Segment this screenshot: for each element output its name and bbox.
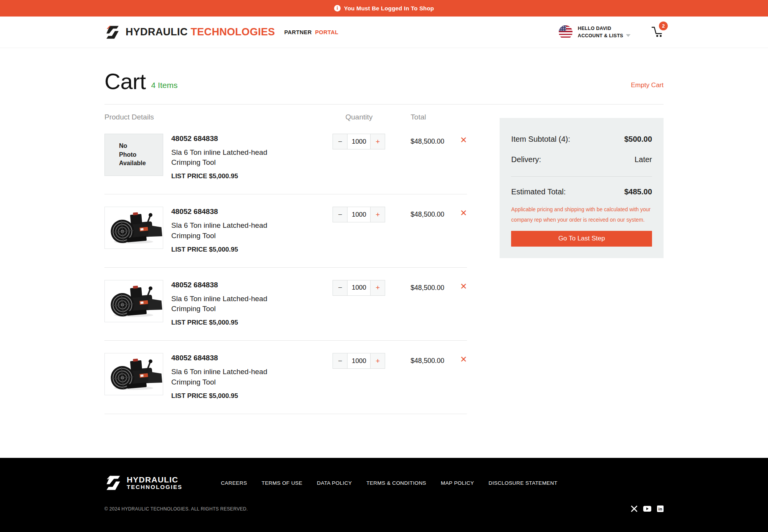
footer-link-disclosure[interactable]: DISCLOSURE STATEMENT: [488, 480, 557, 486]
product-list-price: LIST PRICE $5,000.95: [171, 392, 290, 400]
line-total: $48,500.00: [385, 207, 452, 219]
line-total: $48,500.00: [385, 280, 452, 292]
product-sku: 48052 684838: [171, 134, 290, 143]
product-list-price: LIST PRICE $5,000.95: [171, 172, 290, 180]
table-row: 48052 684838 Sla 6 Ton inline Latched-he…: [104, 194, 467, 267]
decrease-quantity-button[interactable]: −: [333, 207, 348, 222]
footer-link-careers[interactable]: CAREERS: [221, 480, 247, 486]
footer-link-data-policy[interactable]: DATA POLICY: [317, 480, 352, 486]
remove-cell: ✕: [452, 280, 467, 291]
footer-link-terms-of-use[interactable]: TERMS OF USE: [262, 480, 302, 486]
increase-quantity-button[interactable]: +: [370, 280, 385, 295]
footer-top: HYDRAULIC TECHNOLOGIES CAREERS TERMS OF …: [104, 458, 664, 491]
remove-item-button[interactable]: ✕: [460, 136, 467, 144]
product-description: Sla 6 Ton inline Latched-head Crimping T…: [171, 220, 290, 240]
product-sku: 48052 684838: [171, 281, 290, 289]
increase-quantity-button[interactable]: +: [370, 134, 385, 149]
quantity-input[interactable]: 1000: [348, 134, 370, 149]
decrease-quantity-button[interactable]: −: [333, 280, 348, 295]
line-total: $48,500.00: [385, 353, 452, 365]
cart-item-count: 4 Items: [151, 81, 178, 90]
remove-item-button[interactable]: ✕: [460, 282, 467, 291]
cart-page: Cart 4 Items Empty Cart Product Details …: [0, 70, 768, 414]
footer-logo[interactable]: HYDRAULIC TECHNOLOGIES: [104, 475, 182, 491]
linkedin-icon[interactable]: in: [657, 505, 664, 512]
site-header: HYDRAULIC TECHNOLOGIES PARTNER PORTAL HE…: [0, 17, 768, 48]
line-total: $48,500.00: [385, 134, 452, 146]
product-details: 48052 684838 Sla 6 Ton inline Latched-he…: [171, 207, 290, 253]
cart-items-list: Product Details Quantity Total No Photo …: [104, 104, 467, 414]
empty-cart-link[interactable]: Empty Cart: [631, 81, 664, 89]
x-twitter-icon[interactable]: [631, 505, 637, 512]
footer-link-map-policy[interactable]: MAP POLICY: [441, 480, 474, 486]
us-flag-icon[interactable]: [559, 25, 573, 39]
cart-content: Product Details Quantity Total No Photo …: [104, 104, 664, 414]
quantity-cell: − 1000 +: [333, 207, 385, 222]
quantity-input[interactable]: 1000: [348, 280, 370, 295]
brand-wordmark: HYDRAULIC TECHNOLOGIES: [126, 26, 275, 38]
page-title: Cart: [104, 70, 146, 93]
product-cell: 48052 684838 Sla 6 Ton inline Latched-he…: [104, 280, 333, 326]
subtotal-value: $500.00: [624, 135, 652, 144]
product-sku: 48052 684838: [171, 207, 290, 216]
summary-divider: [511, 176, 652, 177]
product-details: 48052 684838 Sla 6 Ton inline Latched-he…: [171, 280, 290, 326]
order-summary-panel: Item Subtotal (4): $500.00 Delivery: Lat…: [500, 118, 664, 258]
remove-cell: ✕: [452, 134, 467, 144]
title-row: Cart 4 Items Empty Cart: [104, 70, 664, 93]
go-to-last-step-button[interactable]: Go To Last Step: [511, 231, 652, 247]
product-description: Sla 6 Ton inline Latched-head Crimping T…: [171, 148, 290, 167]
product-photo: [104, 207, 163, 249]
footer-logo-icon: [104, 475, 122, 491]
cart-count-badge: 2: [659, 22, 668, 30]
increase-quantity-button[interactable]: +: [370, 353, 385, 368]
remove-item-button[interactable]: ✕: [460, 355, 467, 364]
quantity-stepper: − 1000 +: [333, 134, 385, 149]
increase-quantity-button[interactable]: +: [370, 207, 385, 222]
remove-cell: ✕: [452, 353, 467, 364]
product-sku: 48052 684838: [171, 354, 290, 362]
delivery-label: Delivery:: [511, 155, 541, 164]
footer-word-1: HYDRAULIC: [127, 476, 182, 484]
estimated-total-row: Estimated Total: $485.00: [511, 187, 652, 196]
table-row: 48052 684838 Sla 6 Ton inline Latched-he…: [104, 268, 467, 341]
col-quantity: Quantity: [333, 113, 385, 121]
col-total: Total: [385, 113, 452, 121]
remove-item-button[interactable]: ✕: [460, 209, 467, 217]
brand-word-1: HYDRAULIC: [126, 26, 188, 38]
product-cell: No Photo Available 48052 684838 Sla 6 To…: [104, 134, 333, 180]
quantity-stepper: − 1000 +: [333, 280, 385, 296]
brand-logo[interactable]: HYDRAULIC TECHNOLOGIES: [104, 25, 275, 40]
product-list-price: LIST PRICE $5,000.95: [171, 246, 290, 254]
youtube-icon[interactable]: [643, 506, 651, 512]
product-description: Sla 6 Ton inline Latched-head Crimping T…: [171, 367, 290, 387]
table-row: No Photo Available 48052 684838 Sla 6 To…: [104, 121, 467, 194]
portal-label: PORTAL: [315, 29, 338, 35]
quantity-input[interactable]: 1000: [348, 207, 370, 222]
social-links: in: [631, 505, 664, 512]
partner-portal-label: PARTNER PORTAL: [284, 29, 338, 35]
product-details: 48052 684838 Sla 6 Ton inline Latched-he…: [171, 134, 290, 180]
footer-bottom: © 2024 HYDRAULIC TECHNOLOGIES. ALL RIGHT…: [104, 505, 664, 512]
footer-link-terms-conditions[interactable]: TERMS & CONDITIONS: [366, 480, 426, 486]
quantity-stepper: − 1000 +: [333, 353, 385, 369]
account-menu[interactable]: HELLO DAVID ACCOUNT & LISTS: [578, 25, 631, 39]
table-header: Product Details Quantity Total: [104, 104, 467, 121]
footer-links: CAREERS TERMS OF USE DATA POLICY TERMS &…: [221, 480, 557, 486]
decrease-quantity-button[interactable]: −: [333, 134, 348, 149]
decrease-quantity-button[interactable]: −: [333, 353, 348, 368]
product-cell: 48052 684838 Sla 6 Ton inline Latched-he…: [104, 207, 333, 253]
col-spacer: [452, 113, 467, 121]
cart-button[interactable]: 2: [650, 25, 664, 39]
estimated-total-label: Estimated Total:: [511, 187, 566, 196]
pricing-note: Applicable pricing and shipping with be …: [511, 205, 652, 225]
product-photo: [104, 280, 163, 322]
col-product-details: Product Details: [104, 113, 333, 121]
greeting-text: HELLO DAVID: [578, 25, 631, 32]
quantity-input[interactable]: 1000: [348, 353, 370, 368]
product-description: Sla 6 Ton inline Latched-head Crimping T…: [171, 294, 290, 314]
subtotal-label: Item Subtotal (4):: [511, 135, 570, 144]
quantity-cell: − 1000 +: [333, 353, 385, 369]
account-lists-label: ACCOUNT & LISTS: [578, 32, 623, 39]
partner-label: PARTNER: [284, 29, 312, 35]
